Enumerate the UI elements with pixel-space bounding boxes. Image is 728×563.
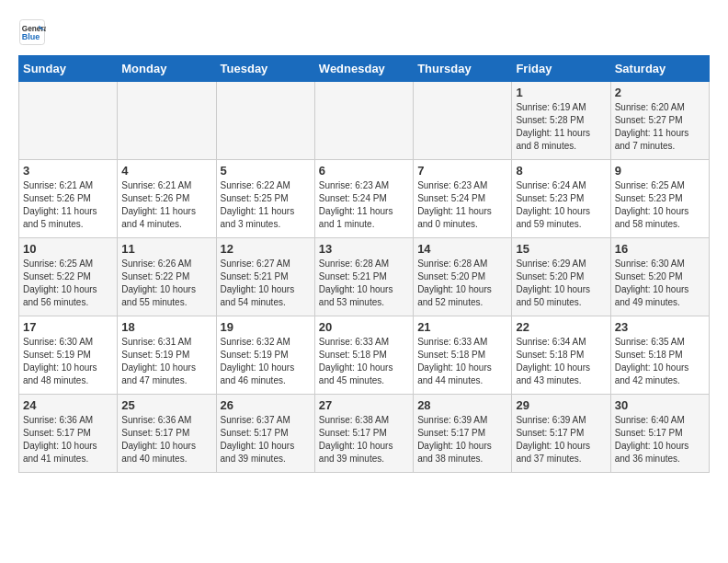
day-number: 14 [417,242,507,256]
day-info: Sunrise: 6:30 AMSunset: 5:20 PMDaylight:… [615,258,705,309]
day-info: Sunrise: 6:28 AMSunset: 5:20 PMDaylight:… [417,258,507,309]
calendar-cell: 20Sunrise: 6:33 AMSunset: 5:18 PMDayligh… [314,316,413,395]
calendar-cell: 4Sunrise: 6:21 AMSunset: 5:26 PMDaylight… [118,160,216,238]
day-info: Sunrise: 6:39 AMSunset: 5:17 PMDaylight:… [516,414,606,465]
calendar-cell: 12Sunrise: 6:27 AMSunset: 5:21 PMDayligh… [216,238,314,316]
day-info: Sunrise: 6:35 AMSunset: 5:18 PMDaylight:… [615,336,705,387]
calendar-body: 1Sunrise: 6:19 AMSunset: 5:28 PMDaylight… [19,82,710,473]
day-number: 12 [221,242,311,256]
calendar-table: SundayMondayTuesdayWednesdayThursdayFrid… [18,55,710,473]
calendar-cell [414,82,512,160]
calendar-cell: 19Sunrise: 6:32 AMSunset: 5:19 PMDayligh… [216,316,314,395]
calendar-cell [216,82,314,160]
logo: General Blue [18,18,50,46]
calendar-cell: 14Sunrise: 6:28 AMSunset: 5:20 PMDayligh… [414,238,512,316]
day-info: Sunrise: 6:25 AMSunset: 5:22 PMDaylight:… [23,258,113,309]
weekday-header: Friday [512,56,610,82]
weekday-header: Sunday [19,56,118,82]
calendar-header: SundayMondayTuesdayWednesdayThursdayFrid… [19,56,710,82]
calendar-cell: 9Sunrise: 6:25 AMSunset: 5:23 PMDaylight… [610,160,709,238]
page-header: General Blue [18,18,710,46]
day-info: Sunrise: 6:32 AMSunset: 5:19 PMDaylight:… [221,336,311,387]
calendar-cell: 15Sunrise: 6:29 AMSunset: 5:20 PMDayligh… [512,238,610,316]
svg-text:Blue: Blue [22,32,40,41]
logo-icon: General Blue [18,18,46,46]
calendar-cell: 16Sunrise: 6:30 AMSunset: 5:20 PMDayligh… [610,238,709,316]
calendar-cell: 24Sunrise: 6:36 AMSunset: 5:17 PMDayligh… [19,395,118,473]
day-info: Sunrise: 6:33 AMSunset: 5:18 PMDaylight:… [417,336,507,387]
calendar-week-row: 1Sunrise: 6:19 AMSunset: 5:28 PMDaylight… [19,82,710,160]
weekday-header: Tuesday [216,56,314,82]
calendar-cell: 7Sunrise: 6:23 AMSunset: 5:24 PMDaylight… [414,160,512,238]
calendar-cell: 27Sunrise: 6:38 AMSunset: 5:17 PMDayligh… [314,395,413,473]
day-number: 10 [23,242,113,256]
calendar-cell: 2Sunrise: 6:20 AMSunset: 5:27 PMDaylight… [610,82,709,160]
calendar-cell [118,82,216,160]
day-info: Sunrise: 6:39 AMSunset: 5:17 PMDaylight:… [417,414,507,465]
day-info: Sunrise: 6:36 AMSunset: 5:17 PMDaylight:… [121,414,211,465]
day-info: Sunrise: 6:23 AMSunset: 5:24 PMDaylight:… [319,179,409,231]
day-number: 13 [319,242,409,256]
calendar-cell: 10Sunrise: 6:25 AMSunset: 5:22 PMDayligh… [19,238,118,316]
calendar-cell: 1Sunrise: 6:19 AMSunset: 5:28 PMDaylight… [512,82,610,160]
day-number: 11 [121,242,211,256]
day-number: 3 [23,164,113,178]
calendar-week-row: 24Sunrise: 6:36 AMSunset: 5:17 PMDayligh… [19,395,710,473]
calendar-cell: 13Sunrise: 6:28 AMSunset: 5:21 PMDayligh… [314,238,413,316]
day-number: 16 [615,242,705,256]
weekday-row: SundayMondayTuesdayWednesdayThursdayFrid… [19,56,710,82]
calendar-cell: 26Sunrise: 6:37 AMSunset: 5:17 PMDayligh… [216,395,314,473]
day-number: 28 [417,398,507,412]
day-number: 18 [121,320,211,334]
day-number: 15 [516,242,606,256]
calendar-cell: 21Sunrise: 6:33 AMSunset: 5:18 PMDayligh… [414,316,512,395]
day-number: 8 [516,164,606,178]
day-number: 1 [516,86,606,99]
day-info: Sunrise: 6:29 AMSunset: 5:20 PMDaylight:… [516,258,606,309]
day-info: Sunrise: 6:33 AMSunset: 5:18 PMDaylight:… [319,336,409,387]
day-number: 9 [615,164,705,178]
weekday-header: Monday [118,56,216,82]
day-number: 29 [516,398,606,412]
calendar-cell: 8Sunrise: 6:24 AMSunset: 5:23 PMDaylight… [512,160,610,238]
calendar-week-row: 3Sunrise: 6:21 AMSunset: 5:26 PMDaylight… [19,160,710,238]
calendar-cell: 22Sunrise: 6:34 AMSunset: 5:18 PMDayligh… [512,316,610,395]
calendar-cell: 18Sunrise: 6:31 AMSunset: 5:19 PMDayligh… [118,316,216,395]
calendar-cell: 28Sunrise: 6:39 AMSunset: 5:17 PMDayligh… [414,395,512,473]
day-number: 21 [417,320,507,334]
weekday-header: Saturday [610,56,709,82]
day-number: 22 [516,320,606,334]
day-number: 23 [615,320,705,334]
day-info: Sunrise: 6:21 AMSunset: 5:26 PMDaylight:… [23,179,113,231]
weekday-header: Wednesday [314,56,413,82]
day-info: Sunrise: 6:22 AMSunset: 5:25 PMDaylight:… [221,179,311,231]
day-number: 19 [221,320,311,334]
day-info: Sunrise: 6:24 AMSunset: 5:23 PMDaylight:… [516,179,606,231]
calendar-week-row: 17Sunrise: 6:30 AMSunset: 5:19 PMDayligh… [19,316,710,395]
day-number: 20 [319,320,409,334]
day-info: Sunrise: 6:37 AMSunset: 5:17 PMDaylight:… [221,414,311,465]
day-info: Sunrise: 6:36 AMSunset: 5:17 PMDaylight:… [23,414,113,465]
day-info: Sunrise: 6:34 AMSunset: 5:18 PMDaylight:… [516,336,606,387]
day-number: 30 [615,398,705,412]
day-number: 27 [319,398,409,412]
day-info: Sunrise: 6:21 AMSunset: 5:26 PMDaylight:… [121,179,211,231]
day-info: Sunrise: 6:38 AMSunset: 5:17 PMDaylight:… [319,414,409,465]
day-info: Sunrise: 6:40 AMSunset: 5:17 PMDaylight:… [615,414,705,465]
day-info: Sunrise: 6:20 AMSunset: 5:27 PMDaylight:… [615,101,705,153]
day-number: 17 [23,320,113,334]
calendar-cell [314,82,413,160]
day-number: 5 [221,164,311,178]
day-info: Sunrise: 6:19 AMSunset: 5:28 PMDaylight:… [516,101,606,153]
day-info: Sunrise: 6:31 AMSunset: 5:19 PMDaylight:… [121,336,211,387]
calendar-cell: 25Sunrise: 6:36 AMSunset: 5:17 PMDayligh… [118,395,216,473]
calendar-cell [19,82,118,160]
day-info: Sunrise: 6:28 AMSunset: 5:21 PMDaylight:… [319,258,409,309]
day-number: 6 [319,164,409,178]
calendar-cell: 3Sunrise: 6:21 AMSunset: 5:26 PMDaylight… [19,160,118,238]
day-info: Sunrise: 6:23 AMSunset: 5:24 PMDaylight:… [417,179,507,231]
day-number: 7 [417,164,507,178]
day-info: Sunrise: 6:27 AMSunset: 5:21 PMDaylight:… [221,258,311,309]
day-info: Sunrise: 6:30 AMSunset: 5:19 PMDaylight:… [23,336,113,387]
day-info: Sunrise: 6:25 AMSunset: 5:23 PMDaylight:… [615,179,705,231]
